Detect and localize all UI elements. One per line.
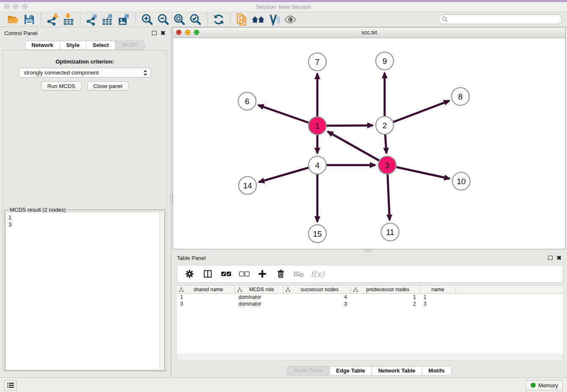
graph-edge-3-1[interactable] <box>328 132 387 165</box>
delete-table-icon <box>293 270 304 278</box>
table-cell: dominator <box>235 294 284 300</box>
add-row-button[interactable] <box>256 268 269 280</box>
graph-edge-2-8[interactable] <box>385 101 449 125</box>
network-graph-canvas[interactable]: 1234678910111415 <box>173 38 565 249</box>
show-graphics-details-button[interactable] <box>282 13 298 26</box>
network-minimize-button[interactable]: − <box>185 30 190 35</box>
zoom-window-button[interactable] <box>22 4 28 9</box>
export-image-button[interactable] <box>116 13 132 26</box>
mcds-result-text[interactable]: 1 3 <box>6 213 164 370</box>
graph-node-6[interactable]: 6 <box>238 92 256 110</box>
import-network-button[interactable] <box>44 13 61 26</box>
graph-node-14[interactable]: 14 <box>239 177 256 194</box>
graph-edge-3-10[interactable] <box>387 165 450 179</box>
column-header-name[interactable]: name <box>420 286 456 293</box>
table-cell: 4 <box>284 294 351 300</box>
memory-button[interactable]: Memory <box>526 380 563 390</box>
select-all-button[interactable] <box>220 268 232 280</box>
trash-icon <box>276 269 285 279</box>
refresh-view-button[interactable] <box>211 13 227 26</box>
criterion-dropdown[interactable]: strongly connected component <box>19 68 151 77</box>
delete-row-button[interactable] <box>274 268 287 280</box>
table-cell: 3 <box>420 301 456 307</box>
tab-select[interactable]: Select <box>86 41 116 50</box>
hide-graphics-details-button[interactable] <box>266 13 282 26</box>
splitter-grip[interactable] <box>170 194 173 203</box>
first-neighbors-button[interactable] <box>250 13 266 26</box>
main-toolbar <box>0 12 567 27</box>
search-input[interactable] <box>450 15 561 23</box>
result-scrollbar[interactable] <box>159 213 164 370</box>
table-row[interactable]: 1dominator411 <box>177 294 563 301</box>
network-maximize-button[interactable]: + <box>194 30 199 35</box>
task-history-button[interactable] <box>4 380 17 390</box>
table-cell: 1 <box>177 294 235 300</box>
network-close-button[interactable]: ✕ <box>176 30 182 35</box>
zoom-selected-button[interactable] <box>187 13 204 26</box>
tab-motifs[interactable]: Motifs <box>422 366 451 375</box>
search-box[interactable] <box>438 14 562 24</box>
deselect-all-button[interactable] <box>238 268 250 280</box>
column-header-shared-name[interactable]: shared name <box>177 286 235 293</box>
window-traffic-lights[interactable] <box>4 4 28 9</box>
open-folder-icon <box>7 13 19 26</box>
column-type-icon <box>237 287 242 292</box>
zoom-out-button[interactable] <box>155 13 171 26</box>
tab-mcds[interactable]: MCDS <box>116 41 145 50</box>
function-builder-button[interactable]: f(x) <box>311 269 325 279</box>
table-row[interactable]: 3dominator323 <box>177 301 563 307</box>
float-panel-icon[interactable] <box>152 31 157 35</box>
columns-icon <box>203 269 212 279</box>
tab-node-table[interactable]: Node Table <box>287 366 330 375</box>
column-header-successor-nodes[interactable]: successor nodes <box>284 286 351 293</box>
table-cell: dominator <box>235 301 284 307</box>
memory-status-dot <box>531 383 536 388</box>
graph-node-3[interactable]: 3 <box>378 156 396 174</box>
export-network-button[interactable] <box>84 13 100 26</box>
optimization-criterion-label: Optimization criterion: <box>3 58 167 65</box>
graph-node-8[interactable]: 8 <box>451 88 469 105</box>
graph-node-4[interactable]: 4 <box>308 156 326 174</box>
save-session-button[interactable] <box>21 13 37 26</box>
table-panel-tabs: Node TableEdge TableNetwork TableMotifs <box>173 366 566 375</box>
tab-network-table[interactable]: Network Table <box>372 366 422 375</box>
run-mcds-button[interactable]: Run MCDS <box>41 81 82 91</box>
tab-style[interactable]: Style <box>60 41 86 50</box>
zoom-fit-button[interactable] <box>171 13 187 26</box>
zoom-in-icon <box>141 13 154 26</box>
clone-network-button[interactable] <box>234 13 250 26</box>
float-panel-icon[interactable] <box>548 256 553 260</box>
export-table-button[interactable] <box>100 13 116 26</box>
show-column-panel-button[interactable] <box>201 268 214 280</box>
graph-node-9[interactable]: 9 <box>376 52 394 70</box>
table-cell: 2 <box>351 301 420 307</box>
delete-table-button[interactable] <box>292 268 305 280</box>
tab-network[interactable]: Network <box>25 41 60 50</box>
close-panel-icon[interactable]: ✖ <box>556 256 561 260</box>
column-header-predecessor-nodes[interactable]: predecessor nodes <box>351 286 420 293</box>
dropdown-stepper-icon <box>143 69 148 76</box>
column-header-MCDS-role[interactable]: MCDS role <box>235 286 284 293</box>
close-panel-icon[interactable]: ✖ <box>160 31 165 35</box>
column-settings-button[interactable] <box>183 268 196 280</box>
close-panel-button[interactable]: Close panel <box>87 81 129 91</box>
mcds-result-box: MCDS result (2 nodes) 1 3 <box>5 210 165 371</box>
zoom-in-button[interactable] <box>139 13 155 26</box>
vertical-splitter[interactable] <box>170 27 173 377</box>
graph-node-1[interactable]: 1 <box>308 117 326 135</box>
column-type-icon <box>286 287 290 292</box>
tab-edge-table[interactable]: Edge Table <box>330 366 372 375</box>
minimize-window-button[interactable] <box>13 4 19 9</box>
graph-node-11[interactable]: 11 <box>381 223 399 241</box>
import-table-button[interactable] <box>61 13 77 26</box>
close-window-button[interactable] <box>4 4 10 9</box>
table-toolbar: f(x) <box>177 265 563 283</box>
graph-node-10[interactable]: 10 <box>452 172 470 190</box>
network-window-titlebar[interactable]: ✕ − + scc.txt <box>173 28 565 38</box>
open-session-button[interactable] <box>5 13 21 26</box>
graph-node-15[interactable]: 15 <box>308 225 326 243</box>
graph-node-7[interactable]: 7 <box>308 53 326 71</box>
table-hscrollbar[interactable] <box>177 355 563 361</box>
status-bar: Memory <box>0 377 567 392</box>
graph-node-2[interactable]: 2 <box>376 116 394 134</box>
